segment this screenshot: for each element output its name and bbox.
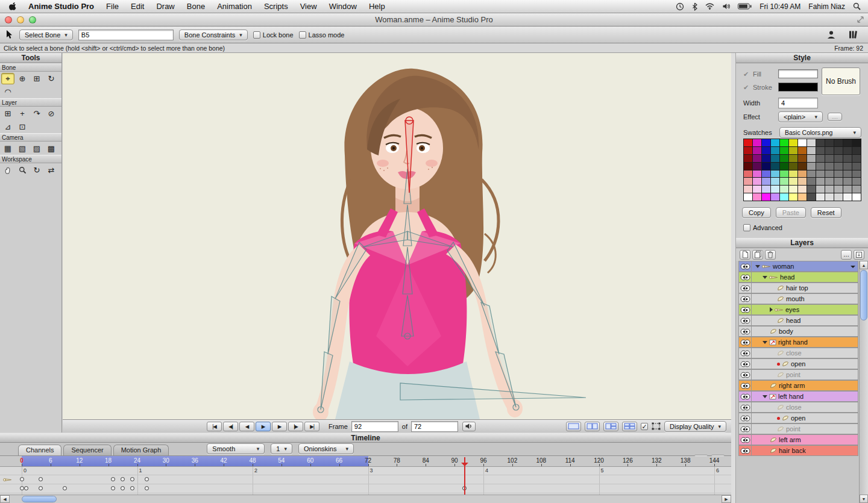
current-frame-input[interactable] xyxy=(351,421,398,432)
menu-scripts[interactable]: Scripts xyxy=(258,2,294,11)
swatch-cell[interactable] xyxy=(816,155,825,162)
swatch-cell[interactable] xyxy=(807,163,816,170)
swatch-cell[interactable] xyxy=(744,193,752,201)
layer-row-open[interactable]: open xyxy=(738,358,858,369)
swatch-cell[interactable] xyxy=(753,139,761,146)
play-button[interactable]: ▶ xyxy=(256,422,271,431)
canvas[interactable]: |◀◀|◀▶▶|▶▶| Frame of Display Quality xyxy=(63,53,731,433)
track-camera-tool[interactable]: ▦ xyxy=(1,143,14,154)
swatch-cell[interactable] xyxy=(744,186,752,193)
layer-row-right-arm[interactable]: right arm xyxy=(738,380,858,391)
hscroll-thumb[interactable] xyxy=(22,496,57,502)
swatch-cell[interactable] xyxy=(816,139,825,146)
swatch-cell[interactable] xyxy=(753,186,761,193)
layer-menu-arrow-icon[interactable] xyxy=(851,266,855,270)
swatch-cell[interactable] xyxy=(843,147,852,154)
swatch-cell[interactable] xyxy=(852,139,861,146)
bone-constraints-dropdown[interactable]: Bone Constraints xyxy=(179,30,248,40)
time-machine-icon[interactable] xyxy=(676,2,684,11)
prev-keyframe-button[interactable]: ◀| xyxy=(223,422,238,431)
advanced-checkbox[interactable] xyxy=(743,224,750,231)
layer-row-eyes[interactable]: eyes xyxy=(738,304,858,315)
onionskins-dropdown[interactable]: Onionskins xyxy=(298,443,354,454)
tab-motion-graph[interactable]: Motion Graph xyxy=(113,445,169,455)
scale-layer-tool[interactable]: + xyxy=(16,108,29,119)
layer-row-head[interactable]: head xyxy=(738,315,858,326)
swatch-cell[interactable] xyxy=(807,155,816,162)
swatch-cell[interactable] xyxy=(798,193,807,201)
swatch-cell[interactable] xyxy=(825,170,834,178)
swatch-cell[interactable] xyxy=(852,163,861,170)
swatch-cell[interactable] xyxy=(780,178,788,185)
swatch-cell[interactable] xyxy=(834,193,843,201)
layer-visibility-toggle[interactable] xyxy=(738,304,751,315)
swatch-cell[interactable] xyxy=(843,178,852,185)
menu-animation[interactable]: Animation xyxy=(211,2,258,11)
tools-panel-header[interactable]: Tools xyxy=(0,53,61,63)
view-split-vertical-button[interactable] xyxy=(585,422,600,431)
swatch-cell[interactable] xyxy=(771,147,779,154)
layer-row-body[interactable]: open xyxy=(751,358,858,369)
swatch-cell[interactable] xyxy=(825,186,834,193)
layer-visibility-toggle[interactable] xyxy=(738,391,751,402)
swatch-cell[interactable] xyxy=(780,139,788,146)
volume-icon[interactable] xyxy=(722,3,730,10)
advanced-checkbox-row[interactable]: Advanced xyxy=(743,224,782,231)
jump-start-button[interactable]: |◀ xyxy=(207,422,222,431)
translate-layer-tool[interactable]: ⊞ xyxy=(1,108,14,119)
keyframe[interactable] xyxy=(145,477,149,481)
swatch-cell[interactable] xyxy=(825,163,834,170)
expand-down-icon[interactable] xyxy=(763,341,767,344)
swatch-cell[interactable] xyxy=(807,139,816,146)
new-layer-button[interactable] xyxy=(740,250,750,260)
layer-row-body[interactable]: open xyxy=(751,413,858,423)
layer-visibility-toggle[interactable] xyxy=(738,283,751,293)
swatch-cell[interactable] xyxy=(753,170,761,178)
layer-visibility-toggle[interactable] xyxy=(738,261,751,272)
expand-down-icon[interactable] xyxy=(755,265,760,268)
timeline-hscrollbar[interactable] xyxy=(0,495,731,503)
swatch-cell[interactable] xyxy=(825,139,834,146)
display-quality-dropdown[interactable]: Display Quality xyxy=(664,421,726,432)
layer-row-mouth[interactable]: mouth xyxy=(738,293,858,304)
keyframe[interactable] xyxy=(130,477,134,481)
swatch-cell[interactable] xyxy=(762,155,770,162)
interpolation-dropdown[interactable]: Smooth xyxy=(207,443,265,454)
menu-view[interactable]: View xyxy=(294,2,323,11)
zoom-camera-tool[interactable]: ▧ xyxy=(16,143,29,154)
layer-row-body[interactable]: woman xyxy=(751,261,858,272)
keyframe[interactable] xyxy=(130,486,134,490)
swatch-cell[interactable] xyxy=(798,178,807,185)
timeline-header[interactable]: Timeline xyxy=(0,433,731,443)
tab-sequencer[interactable]: Sequencer xyxy=(63,445,111,455)
swatch-cell[interactable] xyxy=(798,186,807,193)
swatch-cell[interactable] xyxy=(825,155,834,162)
layer-visibility-toggle[interactable] xyxy=(738,315,751,326)
swatch-cell[interactable] xyxy=(753,155,761,162)
layer-row-body[interactable]: head xyxy=(751,272,858,283)
swatch-cell[interactable] xyxy=(798,139,807,146)
delete-layer-button[interactable] xyxy=(765,250,776,260)
fill-color-swatch[interactable] xyxy=(778,69,818,78)
layer-visibility-toggle[interactable] xyxy=(738,445,751,456)
swatch-cell[interactable] xyxy=(780,147,788,154)
swatch-cell[interactable] xyxy=(771,155,779,162)
layer-row-hair-top[interactable]: hair top xyxy=(738,283,858,293)
layer-row-hair-back[interactable]: hair back xyxy=(738,445,858,456)
tab-channels[interactable]: Channels xyxy=(18,445,61,455)
more-options-button[interactable]: … xyxy=(841,250,852,260)
swatch-cell[interactable] xyxy=(771,186,779,193)
paste-style-button[interactable]: Paste xyxy=(776,207,806,218)
rotate-workspace-tool[interactable]: ↻ xyxy=(30,164,43,176)
layer-visibility-toggle[interactable] xyxy=(738,272,751,283)
minimize-button[interactable] xyxy=(17,16,24,23)
layer-visibility-toggle[interactable] xyxy=(738,402,751,413)
layer-visibility-toggle[interactable] xyxy=(738,358,751,369)
layer-row-point[interactable]: point xyxy=(738,423,858,434)
swatch-cell[interactable] xyxy=(744,163,752,170)
layer-row-body[interactable]: left hand xyxy=(751,391,858,402)
swatch-cell[interactable] xyxy=(852,178,861,185)
swatch-cell[interactable] xyxy=(825,178,834,185)
timeline-ruler[interactable]: 0612182430364248546066727884909610210811… xyxy=(0,456,731,467)
swatch-cell[interactable] xyxy=(816,147,825,154)
